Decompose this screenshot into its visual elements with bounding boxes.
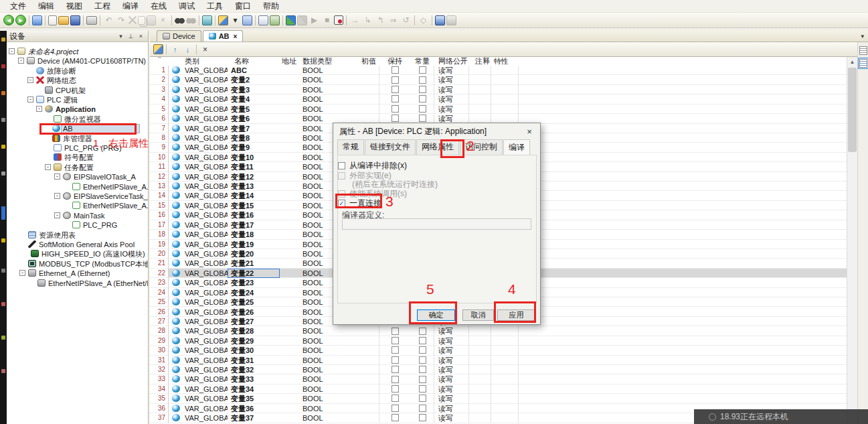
category-cell[interactable]: VAR_GLOBAL xyxy=(169,114,228,123)
panel-close-icon[interactable]: × xyxy=(137,32,145,41)
initval-cell[interactable] xyxy=(359,336,379,346)
attributes-cell[interactable] xyxy=(491,374,519,384)
address-cell[interactable] xyxy=(280,124,298,133)
tree-item--[interactable]: 符号配置 xyxy=(7,153,148,162)
persist-checkbox[interactable] xyxy=(392,346,399,354)
new-project-icon[interactable] xyxy=(48,15,57,25)
address-cell[interactable] xyxy=(280,384,298,394)
always-link-checkbox-row[interactable]: ✓ 一直连接 xyxy=(338,198,381,209)
initval-cell[interactable] xyxy=(359,413,379,423)
datatype-cell[interactable]: BOOL xyxy=(298,356,359,365)
network-access-cell[interactable]: 读写 xyxy=(434,365,468,374)
tree-item-device-am401-cpu1608tp-tn-[interactable]: -Device (AM401-CPU1608TP/TN) xyxy=(7,56,148,66)
comment-cell[interactable] xyxy=(468,94,491,104)
menu-item-调试[interactable]: 调试 xyxy=(173,0,201,13)
address-cell[interactable] xyxy=(280,75,298,84)
category-cell[interactable]: VAR_GLOBAL xyxy=(169,297,228,307)
datatype-cell[interactable]: BOOL xyxy=(298,94,359,104)
menu-item-在线[interactable]: 在线 xyxy=(145,0,173,13)
category-cell[interactable]: VAR_GLOBAL xyxy=(169,66,228,75)
name-cell[interactable]: 变量25 xyxy=(228,297,280,307)
name-cell[interactable]: 变量6 xyxy=(228,114,280,123)
name-cell[interactable]: ABC xyxy=(228,66,280,75)
find-icon[interactable] xyxy=(175,16,185,25)
tree-item-modbus_tcp-modbustcp-[interactable]: MODBUS_TCP (ModbusTCP本地从站) xyxy=(7,259,148,269)
address-cell[interactable] xyxy=(280,317,298,326)
comment-cell[interactable] xyxy=(468,85,491,94)
category-cell[interactable]: VAR_GLOBAL xyxy=(169,124,228,133)
address-cell[interactable] xyxy=(280,394,298,403)
category-cell[interactable]: VAR_GLOBAL xyxy=(169,269,228,278)
menu-item-工程[interactable]: 工程 xyxy=(88,0,116,13)
category-cell[interactable]: VAR_GLOBAL xyxy=(169,191,228,200)
constant-checkbox[interactable] xyxy=(419,395,426,402)
network-access-cell[interactable]: 读写 xyxy=(434,346,468,355)
persist-checkbox[interactable] xyxy=(392,66,399,74)
tree-item--[interactable]: -任务配置 xyxy=(7,163,148,172)
table-row[interactable]: 3VAR_GLOBAL变量3BOOL读写 xyxy=(150,85,847,94)
name-cell[interactable]: 变量12 xyxy=(228,172,280,182)
initval-cell[interactable] xyxy=(359,404,379,413)
name-cell[interactable]: 变量35 xyxy=(228,394,280,403)
category-cell[interactable]: VAR_GLOBAL xyxy=(169,143,228,152)
constant-checkbox[interactable] xyxy=(419,385,426,393)
network-access-cell[interactable]: 读写 xyxy=(434,94,468,104)
category-cell[interactable]: VAR_GLOBAL xyxy=(169,220,228,230)
datatype-cell[interactable]: BOOL xyxy=(298,394,359,403)
address-cell[interactable] xyxy=(280,210,298,220)
name-cell[interactable]: 变量4 xyxy=(228,94,280,104)
scrollbar-up-icon[interactable]: ▲ xyxy=(847,57,857,66)
apply-button[interactable]: 应用 xyxy=(497,309,535,321)
tree-expander-icon[interactable]: - xyxy=(9,48,15,54)
constant-checkbox[interactable] xyxy=(419,95,426,102)
category-cell[interactable]: VAR_GLOBAL xyxy=(169,346,228,355)
persist-checkbox[interactable] xyxy=(392,356,399,364)
name-cell[interactable]: 变量14 xyxy=(228,191,280,200)
table-row[interactable]: 5VAR_GLOBAL变量5BOOL读写 xyxy=(150,104,847,114)
category-cell[interactable]: VAR_GLOBAL xyxy=(169,162,228,171)
category-cell[interactable]: VAR_GLOBAL xyxy=(169,133,228,143)
category-cell[interactable]: VAR_GLOBAL xyxy=(169,94,228,104)
comment-cell[interactable] xyxy=(468,413,491,423)
tree-item--[interactable]: 库管理器 xyxy=(7,134,148,143)
address-cell[interactable] xyxy=(280,230,298,239)
tree-expander-icon[interactable]: - xyxy=(19,270,25,276)
name-cell[interactable]: 变量32 xyxy=(228,365,280,374)
address-cell[interactable] xyxy=(280,346,298,355)
exclude-from-build-checkbox[interactable] xyxy=(338,162,345,169)
address-cell[interactable] xyxy=(280,278,298,287)
name-cell[interactable]: 变量23 xyxy=(228,278,280,287)
persist-checkbox[interactable] xyxy=(392,395,399,402)
dialog-close-icon[interactable]: × xyxy=(524,126,535,137)
move-down-icon[interactable]: ↓ xyxy=(182,44,193,55)
comment-cell[interactable] xyxy=(468,75,491,84)
column-header-6[interactable]: 保持 xyxy=(379,57,411,66)
name-cell[interactable]: 变量33 xyxy=(228,374,280,384)
category-cell[interactable]: VAR_GLOBAL xyxy=(169,172,228,182)
table-row[interactable]: 29VAR_GLOBAL变量29BOOL读写 xyxy=(150,336,847,346)
comment-cell[interactable] xyxy=(468,384,491,394)
toggle-breakpoint-icon[interactable] xyxy=(334,15,343,25)
category-cell[interactable]: VAR_GLOBAL xyxy=(169,75,228,84)
address-cell[interactable] xyxy=(280,297,298,307)
attributes-cell[interactable] xyxy=(491,394,519,403)
dialog-tab-访问控制[interactable]: 访问控制 xyxy=(460,139,503,155)
initval-cell[interactable] xyxy=(359,374,379,384)
editor-scrollbar[interactable]: ▲ xyxy=(847,57,857,424)
category-cell[interactable]: VAR_GLOBAL xyxy=(169,259,228,268)
address-cell[interactable] xyxy=(280,259,298,268)
tree-expander-icon[interactable]: - xyxy=(36,106,42,112)
name-cell[interactable]: 变量7 xyxy=(228,124,280,133)
attributes-cell[interactable] xyxy=(491,346,519,355)
initval-cell[interactable] xyxy=(359,394,379,403)
comment-cell[interactable] xyxy=(468,374,491,384)
comment-cell[interactable] xyxy=(468,336,491,346)
address-cell[interactable] xyxy=(280,201,298,210)
table-row[interactable]: 1VAR_GLOBALABCBOOL读写 xyxy=(150,66,847,75)
name-cell[interactable]: 变量13 xyxy=(228,182,280,191)
column-header-8[interactable]: 网络公开 xyxy=(434,57,468,66)
address-cell[interactable] xyxy=(280,114,298,123)
tab-close-icon[interactable]: × xyxy=(234,33,238,40)
network-access-cell[interactable]: 读写 xyxy=(434,104,468,114)
tree-expander-icon[interactable]: - xyxy=(27,77,33,83)
